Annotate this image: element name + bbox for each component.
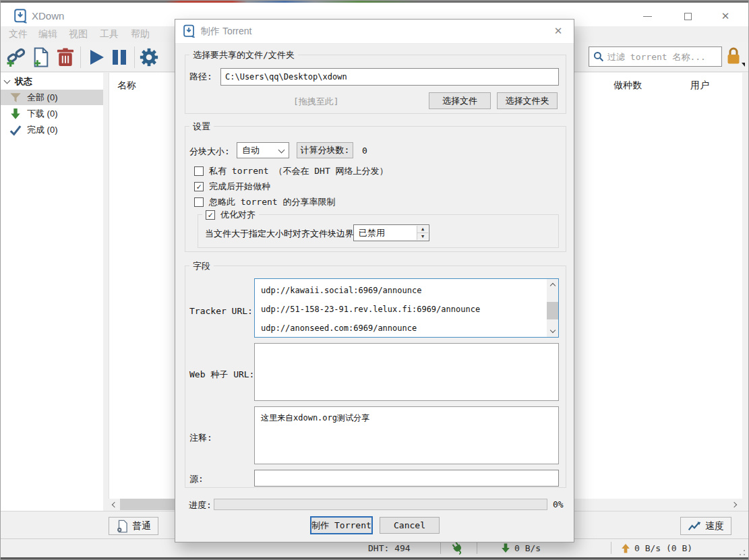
settings-button[interactable] — [138, 47, 160, 67]
chevron-down-icon — [278, 147, 285, 154]
seed-after-checkbox-row[interactable]: ✓ 完成后开始做种 — [194, 181, 270, 193]
select-folder-label: 选择文件夹 — [506, 95, 549, 107]
play-icon — [88, 49, 105, 66]
checkbox-label: 完成后开始做种 — [209, 181, 270, 193]
search-input[interactable] — [607, 52, 717, 62]
checkbox[interactable] — [194, 166, 204, 176]
chevron-left-icon — [111, 501, 117, 507]
sidebar-item-label: 下载 (0) — [27, 108, 58, 120]
spinner-buttons: ▲ ▼ — [417, 226, 428, 240]
checkbox-label: 私有 torrent （不会在 DHT 网络上分发） — [209, 165, 388, 177]
tracker-url-line: udp://anonseed.com:6969/announce — [261, 323, 417, 333]
make-torrent-label: 制作 Torrent — [311, 520, 371, 532]
align-threshold-spinner[interactable]: 已禁用 ▲ ▼ — [353, 224, 429, 241]
group-legend: 设置 — [189, 121, 214, 133]
sidebar-item-completed[interactable]: 完成 (0) — [1, 122, 103, 137]
align-threshold-label: 当文件大于指定大小时对齐文件块边界: — [205, 228, 359, 240]
add-link-icon — [6, 47, 28, 67]
optimize-align-group: ✓ 优化对齐 当文件大于指定大小时对齐文件块边界: 已禁用 ▲ ▼ — [198, 214, 559, 248]
upload-speed-icon — [621, 542, 630, 554]
progress-percent: 0% — [553, 499, 564, 509]
resize-grip[interactable] — [739, 549, 746, 556]
menu-edit[interactable]: 编辑 — [38, 28, 57, 40]
minimize-button[interactable] — [634, 8, 661, 24]
piece-size-select[interactable]: 自动 — [237, 142, 289, 158]
select-folder-button[interactable]: 选择文件夹 — [497, 92, 558, 109]
chevron-down-icon — [549, 328, 555, 333]
tracker-url-textarea[interactable]: udp://kawaii.social:6969/announce udp://… — [254, 278, 559, 338]
path-label: 路径: — [189, 71, 212, 83]
progress-bar — [214, 499, 547, 510]
toolbar-separator — [80, 46, 81, 68]
cancel-label: Cancel — [394, 520, 425, 530]
make-torrent-button[interactable]: 制作 Torrent — [310, 516, 373, 534]
sidebar-item-downloading[interactable]: 下载 (0) — [1, 106, 103, 121]
sidebar-item-label: 完成 (0) — [27, 124, 58, 136]
start-button[interactable] — [86, 47, 107, 67]
normal-mode-label: 普通 — [132, 520, 151, 532]
scroll-up-button[interactable] — [547, 279, 558, 290]
piece-size-label: 分块大小: — [189, 146, 230, 158]
search-icon — [593, 51, 604, 62]
menu-file[interactable]: 文件 — [9, 28, 28, 40]
spinner-down-button[interactable]: ▼ — [417, 233, 428, 240]
webseed-url-label: Web 种子 URL: — [189, 369, 254, 381]
source-input[interactable] — [254, 470, 559, 487]
settings-group: 设置 分块大小: 自动 计算分块数: 0 私有 torrent （不会在 DHT… — [185, 126, 566, 252]
calc-pieces-label: 计算分块数: — [301, 144, 350, 156]
spinner-up-button[interactable]: ▲ — [417, 226, 428, 233]
maximize-button[interactable] — [674, 8, 701, 24]
menu-tools[interactable]: 工具 — [100, 28, 119, 40]
check-icon — [9, 124, 22, 136]
gear-icon — [139, 47, 159, 67]
chevron-down-icon — [4, 77, 11, 84]
vertical-scrollbar-thumb[interactable] — [547, 302, 558, 319]
checkbox-label: 忽略此 torrent 的分享率限制 — [209, 196, 335, 208]
normal-mode-button[interactable]: 普通 — [109, 517, 158, 535]
download-speed: 0 B/s — [514, 543, 541, 553]
tracker-url-label: Tracker URL: — [189, 306, 253, 316]
sidebar-group-label: 状态 — [15, 75, 32, 88]
column-header-user[interactable]: 用户 — [690, 80, 709, 92]
chevron-up-icon — [549, 283, 555, 288]
column-header-name[interactable]: 名称 — [117, 80, 136, 92]
drop-hint: [拖拽至此] — [293, 96, 339, 108]
add-link-button[interactable] — [6, 47, 28, 67]
group-legend: 字段 — [189, 260, 214, 272]
speed-panel-button[interactable]: 速度 — [680, 517, 731, 535]
calc-pieces-result: 0 — [362, 146, 367, 156]
ignore-ratio-checkbox-row[interactable]: 忽略此 torrent 的分享率限制 — [194, 196, 335, 208]
webseed-url-textarea[interactable] — [254, 343, 559, 401]
sidebar-group-status[interactable]: 状态 — [5, 75, 32, 88]
maximize-icon — [684, 13, 692, 20]
path-input[interactable]: C:\Users\qq\Desktop\xdown — [220, 68, 559, 86]
cancel-button[interactable]: Cancel — [380, 517, 440, 534]
menu-view[interactable]: 视图 — [69, 28, 88, 40]
checkbox[interactable]: ✓ — [206, 210, 215, 220]
checkbox[interactable] — [194, 197, 204, 207]
dialog-close-button[interactable]: ✕ — [551, 25, 566, 38]
comment-textarea[interactable]: 这里来自xdown.org测试分享 — [254, 406, 559, 464]
checkbox[interactable]: ✓ — [194, 182, 204, 191]
calc-pieces-button[interactable]: 计算分块数: — [297, 142, 353, 158]
close-button[interactable]: ✕ — [712, 8, 739, 24]
search-box — [589, 46, 722, 67]
statusbar-separator — [611, 542, 611, 554]
lock-button[interactable] — [725, 46, 744, 67]
private-torrent-checkbox-row[interactable]: 私有 torrent （不会在 DHT 网络上分发） — [194, 165, 388, 177]
scroll-left-button[interactable] — [109, 499, 120, 510]
spinner-value: 已禁用 — [359, 227, 385, 239]
sidebar-item-all[interactable]: 全部 (0) — [1, 90, 103, 105]
scroll-right-button[interactable] — [728, 499, 740, 510]
chevron-right-icon — [731, 501, 736, 507]
delete-button[interactable] — [55, 47, 76, 67]
select-file-button[interactable]: 选择文件 — [429, 92, 491, 109]
scroll-down-button[interactable] — [547, 325, 558, 337]
optimize-align-checkbox-row[interactable]: ✓ 优化对齐 — [202, 209, 259, 221]
add-torrent-file-button[interactable] — [30, 47, 52, 67]
menu-help[interactable]: 帮助 — [131, 28, 150, 40]
column-header-seeds[interactable]: 做种数 — [613, 80, 642, 92]
pause-button[interactable] — [109, 47, 130, 67]
lock-dropdown-arrow — [742, 63, 745, 67]
xdown-logo-icon — [14, 9, 28, 24]
